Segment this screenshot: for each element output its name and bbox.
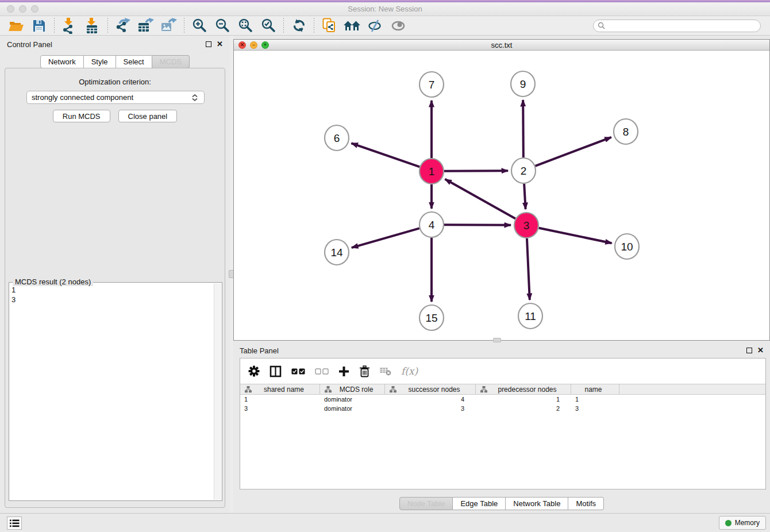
- run-mcds-button[interactable]: Run MCDS: [53, 110, 110, 122]
- table-panel-tabs: Node TableEdge TableNetwork TableMotifs: [233, 497, 770, 510]
- graph-edge-2-9[interactable]: [523, 100, 523, 157]
- graph-edge-2-8[interactable]: [536, 137, 611, 166]
- cell-predecessor-nodes[interactable]: 1: [476, 395, 571, 404]
- zoom-selected-button[interactable]: [257, 17, 280, 35]
- column-header-shared-name[interactable]: shared name: [240, 384, 320, 394]
- node-table: shared nameMCDS rolesuccessor nodesprede…: [240, 384, 765, 413]
- delete-column-icon[interactable]: [359, 365, 370, 377]
- cell-shared-name[interactable]: 1: [240, 395, 320, 404]
- mcds-result-text[interactable]: 1 3: [11, 285, 211, 498]
- graph-node-3[interactable]: 3: [514, 213, 538, 238]
- open-session-button[interactable]: [5, 17, 28, 35]
- refresh-button[interactable]: [287, 17, 310, 35]
- graph-node-14[interactable]: 14: [325, 240, 349, 265]
- cell-predecessor-nodes[interactable]: 2: [476, 404, 571, 413]
- export-table-button[interactable]: [134, 17, 157, 35]
- close-table-panel-icon[interactable]: ✕: [757, 348, 764, 353]
- graph-node-7[interactable]: 7: [419, 72, 444, 97]
- table-row[interactable]: 3dominator323: [240, 404, 765, 413]
- import-network-button[interactable]: [58, 17, 81, 35]
- zoom-out-button[interactable]: [211, 17, 234, 35]
- mcds-result-box: MCDS result (2 nodes) 1 3: [9, 282, 222, 501]
- horizontal-split-grip[interactable]: [493, 338, 501, 342]
- cell-shared-name[interactable]: 3: [240, 404, 320, 413]
- status-bar: Memory: [0, 513, 770, 532]
- graph-node-6[interactable]: 6: [325, 125, 349, 151]
- hide-graphics-button[interactable]: [364, 17, 387, 35]
- network-window-titlebar[interactable]: ✕ – + scc.txt: [234, 40, 769, 51]
- settings-gear-icon[interactable]: [248, 365, 260, 377]
- tab-select[interactable]: Select: [116, 55, 152, 68]
- save-session-button[interactable]: [28, 17, 51, 35]
- cell-successor-nodes[interactable]: 4: [385, 395, 476, 404]
- column-header-predecessor-nodes[interactable]: predecessor nodes: [476, 384, 571, 394]
- home-button[interactable]: [341, 17, 364, 35]
- tab-motifs[interactable]: Motifs: [568, 497, 604, 510]
- cell-successor-nodes[interactable]: 3: [385, 404, 476, 413]
- float-panel-icon[interactable]: [206, 41, 211, 47]
- close-panel-icon[interactable]: ✕: [217, 41, 223, 47]
- export-network-button[interactable]: [111, 17, 134, 35]
- graph-node-8[interactable]: 8: [614, 119, 638, 144]
- graph-node-label: 11: [525, 310, 536, 322]
- clone-network-button[interactable]: [318, 17, 341, 35]
- add-column-icon[interactable]: [338, 366, 349, 377]
- export-image-button[interactable]: [157, 17, 180, 35]
- network-canvas[interactable]: 7968124314101511: [234, 51, 769, 340]
- tab-network-table[interactable]: Network Table: [506, 497, 568, 510]
- zoom-selected-icon: [261, 18, 276, 33]
- unselect-all-icon[interactable]: [315, 368, 329, 375]
- export-table-icon: [138, 18, 154, 34]
- column-header-name[interactable]: name: [571, 384, 619, 394]
- tab-edge-table[interactable]: Edge Table: [453, 497, 506, 510]
- graph-edge-1-6[interactable]: [351, 143, 419, 167]
- toolbar-separator: [107, 18, 108, 34]
- search-input[interactable]: [607, 21, 760, 31]
- search-field[interactable]: [593, 20, 761, 32]
- memory-button[interactable]: Memory: [719, 516, 766, 530]
- close-panel-button[interactable]: Close panel: [118, 110, 178, 122]
- zoom-in-button[interactable]: [188, 17, 211, 35]
- column-header-successor-nodes[interactable]: successor nodes: [385, 384, 476, 394]
- graph-edge-4-3[interactable]: [444, 225, 511, 225]
- table-row[interactable]: 1dominator411: [240, 395, 765, 404]
- tab-node-table[interactable]: Node Table: [399, 497, 453, 510]
- clone-network-icon: [322, 18, 336, 33]
- graph-edge-1-2[interactable]: [444, 171, 508, 171]
- graph-node-15[interactable]: 15: [419, 305, 444, 330]
- toolbar-separator: [54, 18, 55, 34]
- toolbar-separator: [283, 18, 284, 34]
- network-graph: 7968124314101511: [234, 51, 769, 340]
- tab-style[interactable]: Style: [84, 55, 116, 68]
- graph-edge-3-11[interactable]: [527, 238, 530, 300]
- graph-edge-3-1[interactable]: [445, 179, 515, 219]
- function-builder-icon[interactable]: f(x): [401, 365, 418, 377]
- cell-name[interactable]: 1: [571, 395, 619, 404]
- graph-node-10[interactable]: 10: [615, 234, 639, 259]
- import-table-button[interactable]: [81, 17, 104, 35]
- graph-node-1[interactable]: 1: [419, 159, 444, 184]
- column-selector-icon[interactable]: [270, 365, 282, 377]
- graph-node-11[interactable]: 11: [518, 303, 542, 329]
- zoom-fit-button[interactable]: [234, 17, 257, 35]
- cell-MCDS-role[interactable]: dominator: [320, 404, 385, 413]
- show-graphics-button[interactable]: [387, 17, 410, 35]
- tab-mcds[interactable]: MCDS: [152, 55, 190, 68]
- graph-node-9[interactable]: 9: [511, 71, 535, 97]
- window-title: Session: New Session: [0, 5, 770, 13]
- graph-edge-3-10[interactable]: [539, 228, 612, 243]
- graph-node-2[interactable]: 2: [511, 158, 536, 183]
- task-history-button[interactable]: [7, 516, 22, 530]
- delete-table-icon[interactable]: [380, 367, 391, 376]
- graph-node-4[interactable]: 4: [419, 212, 444, 237]
- tab-network[interactable]: Network: [40, 55, 84, 68]
- graph-edge-2-3[interactable]: [524, 184, 525, 209]
- column-header-MCDS-role[interactable]: MCDS role: [320, 384, 385, 394]
- float-table-panel-icon[interactable]: [746, 348, 752, 353]
- optimization-criterion-select[interactable]: strongly connected component: [26, 91, 205, 104]
- select-all-icon[interactable]: [291, 368, 305, 375]
- graph-edge-4-14[interactable]: [352, 228, 419, 248]
- cell-MCDS-role[interactable]: dominator: [320, 395, 385, 404]
- cell-name[interactable]: 3: [571, 404, 619, 413]
- result-scrollbar[interactable]: [214, 283, 221, 500]
